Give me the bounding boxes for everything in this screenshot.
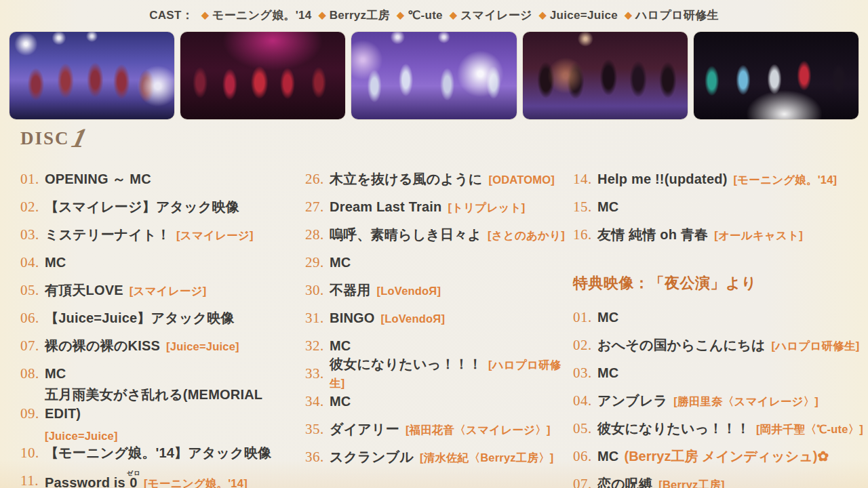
track-title: MC [597, 310, 619, 325]
concert-photo-5 [694, 32, 859, 119]
track-text: 木立を抜ける風のように[ODATOMO] [330, 170, 555, 189]
track-text: ミステリーナイト！[スマイレージ] [45, 226, 254, 245]
track-number: 32. [305, 338, 330, 354]
track-row: 03.MC [573, 359, 866, 387]
tracklist-column-3: 14.Help me !!(updated)[モーニング娘。'14]15.MC1… [573, 165, 866, 488]
track-title: スクランブル [330, 449, 414, 464]
track-title: 【モーニング娘。'14】アタック映像 [45, 445, 271, 460]
cast-group-name: Juice=Juice [550, 9, 618, 22]
track-title: MC [45, 255, 66, 270]
track-text: Dream Last Train[トリプレット] [330, 198, 525, 217]
track-row: 06.MC(Berryz工房 メインディッシュ)✿ [573, 443, 866, 470]
track-title: ダイアリー [330, 422, 399, 436]
artist-tag: [スマイレージ] [176, 229, 254, 241]
track-number: 03. [20, 226, 45, 243]
concert-photo-1 [9, 32, 174, 119]
track-number: 07. [573, 476, 597, 488]
diamond-icon: ◆ [319, 9, 326, 20]
track-row: 03.ミステリーナイト！[スマイレージ] [20, 221, 301, 249]
track-title: 木立を抜ける風のように [330, 171, 482, 186]
track-title: MC [597, 449, 619, 464]
track-text: MC [597, 198, 619, 217]
artist-tag: [Juice=Juice] [166, 340, 239, 352]
track-row: 15.MC [573, 193, 866, 221]
track-title: MC [330, 394, 351, 409]
track-text: アンブレラ[勝田里奈〈スマイレージ〉] [597, 392, 818, 411]
track-title: BINGO [330, 310, 375, 325]
track-text: MC [597, 308, 619, 327]
track-title: MC [597, 365, 619, 380]
track-text: MC [45, 253, 66, 272]
track-text: Help me !!(updated)[モーニング娘。'14] [597, 170, 837, 189]
track-text: 【Juice=Juice】アタック映像 [45, 309, 235, 328]
cast-group-name: スマイレージ [460, 9, 532, 22]
bonus-section-header: 特典映像：「夜公演」より [573, 269, 866, 297]
track-row: 10.【モーニング娘。'14】アタック映像 [20, 439, 301, 467]
artist-tag: [スマイレージ] [130, 285, 207, 297]
track-title: MC [330, 338, 351, 353]
tracklist-column-1: 01.OPENING ～ MC02.【スマイレージ】アタック映像03.ミステリー… [20, 165, 301, 488]
track-row: 30.不器用[LoVendoЯ] [305, 277, 574, 304]
cast-line: CAST：◆モーニング娘。'14◆Berryz工房◆℃-ute◆スマイレージ◆J… [0, 7, 868, 23]
track-number: 01. [573, 309, 597, 326]
diamond-icon: ◆ [201, 9, 209, 20]
track-number: 29. [305, 254, 330, 271]
track-accent: (Berryz工房 メインディッシュ)✿ [625, 449, 829, 464]
tracklist-column-3-bonus: 01.MC02.おへその国からこんにちは[ハロプロ研修生]03.MC04.アンブ… [573, 304, 866, 488]
artist-tag: [さとのあかり] [488, 229, 565, 241]
tracklist-column-3-main: 14.Help me !!(updated)[モーニング娘。'14]15.MC1… [573, 165, 866, 249]
track-title: MC [330, 255, 351, 270]
track-title: 裸の裸の裸のKISS [45, 338, 160, 353]
track-text: 【モーニング娘。'14】アタック映像 [45, 444, 271, 463]
track-number: 05. [573, 420, 597, 437]
disc-word: DISC [20, 128, 70, 148]
track-text: MC [45, 365, 66, 384]
track-row: 06.【Juice=Juice】アタック映像 [20, 304, 301, 332]
cast-group-name: モーニング娘。'14 [212, 9, 312, 22]
diamond-icon: ◆ [450, 9, 457, 20]
track-row: 16.友情 純情 oh 青春[オールキャスト] [573, 221, 866, 249]
track-title: 友情 純情 oh 青春 [597, 227, 708, 242]
track-text: 恋の呪縛[Berryz工房] [597, 475, 725, 488]
track-title: Dream Last Train [330, 199, 442, 214]
artist-tag: [モーニング娘。'14] [734, 174, 837, 186]
track-title: アンブレラ [597, 393, 667, 408]
artist-tag: [Berryz工房] [658, 479, 724, 488]
track-title: 五月雨美女がさ乱れる(MEMORIAL EDIT) [45, 387, 262, 421]
cast-groups: ◆モーニング娘。'14◆Berryz工房◆℃-ute◆スマイレージ◆Juice=… [195, 9, 719, 22]
track-text: 彼女になりたいっ！！！[ハロプロ研修生] [330, 355, 574, 392]
track-number: 35. [305, 421, 330, 438]
track-number: 06. [20, 310, 45, 327]
artist-tag: [勝田里奈〈スマイレージ〉] [673, 395, 818, 407]
track-row: 05.彼女になりたいっ！！！[岡井千聖〈℃-ute〉] [573, 415, 866, 443]
concert-photo-4 [523, 32, 688, 119]
track-number: 04. [573, 392, 597, 409]
track-number: 26. [305, 171, 330, 188]
track-row: 14.Help me !!(updated)[モーニング娘。'14] [573, 165, 866, 193]
track-number: 33. [305, 365, 330, 382]
track-title: OPENING ～ MC [45, 171, 151, 186]
track-title: 恋の呪縛 [597, 476, 652, 488]
cast-label: CAST： [149, 9, 193, 22]
track-number: 08. [20, 365, 45, 382]
track-row: 09.五月雨美女がさ乱れる(MEMORIAL EDIT)[Juice=Juice… [20, 388, 301, 439]
track-number: 31. [305, 310, 330, 327]
artist-tag: [岡井千聖〈℃-ute〉] [756, 423, 863, 435]
track-row: 29.MC [305, 249, 574, 277]
track-row: 11.Password is 0ゼロ[モーニング娘。'14] [20, 467, 301, 488]
track-row: 07.恋の呪縛[Berryz工房] [573, 470, 866, 488]
track-number: 03. [573, 365, 597, 382]
artist-tag: [清水佐紀〈Berryz工房〉] [420, 451, 554, 464]
track-row: 02.おへその国からこんにちは[ハロプロ研修生] [573, 331, 866, 359]
track-row: 05.有頂天LOVE[スマイレージ] [20, 277, 301, 304]
track-row: 28.嗚呼、素晴らしき日々よ[さとのあかり] [305, 221, 574, 249]
track-row: 33.彼女になりたいっ！！！[ハロプロ研修生] [305, 360, 574, 388]
track-number: 04. [20, 254, 45, 271]
track-text: MC(Berryz工房 メインディッシュ)✿ [597, 447, 829, 466]
track-text: OPENING ～ MC [45, 170, 151, 189]
track-row: 04.MC [20, 249, 301, 277]
track-text: おへその国からこんにちは[ハロプロ研修生] [597, 336, 859, 355]
track-title: Help me !!(updated) [597, 171, 728, 186]
artist-tag: [ODATOMO] [488, 174, 554, 186]
track-title: 【スマイレージ】アタック映像 [45, 199, 239, 214]
